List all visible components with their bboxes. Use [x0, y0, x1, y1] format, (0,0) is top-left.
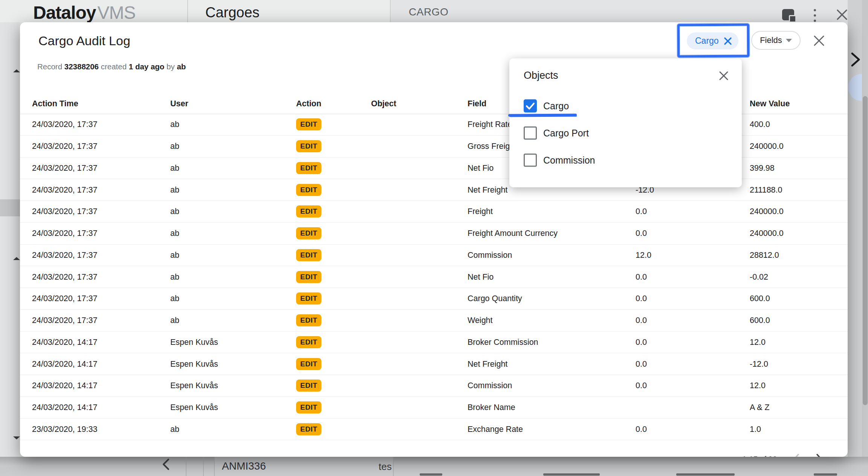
cell-new-value: 240000.0 — [750, 207, 784, 216]
cell-new-value: 12.0 — [750, 337, 766, 347]
checkbox-label: Cargo — [543, 101, 569, 112]
cell-action-time: 24/03/2020, 17:37 — [32, 185, 97, 194]
annotation-underline — [508, 113, 577, 116]
cell-user: ab — [170, 142, 179, 151]
cell-field: Commission — [468, 250, 512, 260]
copy-icon[interactable] — [782, 9, 794, 20]
edit-action-badge: EDIT — [296, 423, 321, 435]
cell-action-time: 24/03/2020, 14:17 — [32, 403, 97, 412]
collapse-left-chevron-icon[interactable] — [161, 458, 170, 471]
cell-action: EDIT — [296, 227, 321, 239]
cell-old-value: 0.0 — [636, 337, 647, 347]
table-row: 24/03/2020, 14:17 Espen Kuvås EDIT Net F… — [20, 353, 848, 375]
cell-field: Commission — [468, 381, 512, 390]
clipped-text-fragment — [814, 473, 837, 476]
cell-new-value: 600.0 — [750, 316, 770, 325]
app-logo-primary: Dataloy — [33, 3, 96, 23]
edit-action-badge: EDIT — [296, 227, 321, 239]
record-info-line: Record 32388206 created 1 day ago by ab — [37, 62, 186, 71]
cell-user: Espen Kuvås — [170, 359, 218, 369]
cell-old-value: 0.0 — [636, 272, 647, 282]
cell-action-time: 24/03/2020, 17:37 — [32, 316, 97, 325]
created-ago: 1 day ago — [129, 62, 165, 71]
cell-action: EDIT — [296, 336, 321, 348]
cell-action: EDIT — [296, 162, 321, 174]
cell-new-value: 600.0 — [750, 294, 770, 303]
cell-action: EDIT — [296, 205, 321, 217]
cell-action-time: 24/03/2020, 17:37 — [32, 163, 97, 173]
cell-action-time: 24/03/2020, 17:37 — [32, 207, 97, 216]
checkbox-list-item[interactable]: Cargo Port — [509, 119, 742, 147]
cell-user: ab — [170, 163, 179, 173]
panel-expand-chevron-icon[interactable] — [850, 51, 861, 68]
checkbox[interactable] — [524, 127, 537, 140]
checkbox-label: Cargo Port — [543, 128, 589, 139]
cell-action: EDIT — [296, 358, 321, 370]
background-page-title: Cargoes — [205, 5, 260, 21]
cell-user: ab — [170, 316, 179, 325]
table-row: 24/03/2020, 17:37 ab EDIT Weight 0.0 600… — [20, 310, 848, 332]
panel-close-icon[interactable] — [836, 8, 848, 21]
checkbox-label: Commission — [543, 155, 595, 166]
pagination: 1-15 of 90 — [742, 453, 824, 457]
cell-action-time: 24/03/2020, 14:17 — [32, 337, 97, 347]
cell-user: ab — [170, 272, 179, 282]
pagination-range: 1-15 of 90 — [742, 455, 777, 457]
cell-user: ab — [170, 120, 179, 129]
popup-checkbox-list: Cargo Cargo Port Commission — [509, 92, 742, 174]
background-panel-title: CARGO — [409, 6, 448, 18]
cell-user: ab — [170, 250, 179, 260]
cell-new-value: 240000.0 — [750, 142, 784, 151]
modal-close-icon[interactable] — [813, 34, 825, 47]
table-row: 24/03/2020, 17:37 ab EDIT Net Fio 0.0 -0… — [20, 266, 848, 288]
created-by-user: ab — [177, 62, 186, 71]
checkbox[interactable] — [524, 99, 537, 113]
edit-action-badge: EDIT — [296, 401, 321, 413]
scroll-up-icon[interactable] — [13, 257, 20, 260]
cell-old-value: 0.0 — [636, 381, 647, 390]
table-row: 24/03/2020, 17:37 ab EDIT Commission 12.… — [20, 245, 848, 266]
edit-action-badge: EDIT — [296, 162, 321, 174]
pagination-next-icon[interactable] — [815, 453, 824, 457]
page-scrollbar-thumb[interactable] — [863, 96, 868, 405]
popup-close-icon[interactable] — [718, 70, 729, 81]
checkbox-list-item[interactable]: Commission — [509, 147, 742, 174]
cell-user: Espen Kuvås — [170, 381, 218, 390]
cell-old-value: 0.0 — [636, 359, 647, 369]
kebab-menu-icon[interactable] — [814, 9, 816, 22]
checkbox[interactable] — [524, 154, 537, 167]
topbar-divider — [390, 0, 391, 22]
edit-action-badge: EDIT — [296, 184, 321, 196]
app-logo-secondary: VMS — [97, 3, 135, 23]
cell-action: EDIT — [296, 314, 321, 326]
cell-user: ab — [170, 229, 179, 238]
cell-new-value: 400.0 — [750, 120, 770, 129]
cell-field: Freight Rate — [468, 120, 512, 129]
cell-old-value: 0.0 — [636, 207, 647, 216]
table-row: 24/03/2020, 17:37 ab EDIT Freight 0.0 24… — [20, 201, 848, 223]
background-list-item: ANMI336 — [222, 460, 266, 472]
cell-action: EDIT — [296, 118, 321, 130]
cell-action: EDIT — [296, 249, 321, 261]
cell-user: ab — [170, 185, 179, 194]
pagination-prev-icon[interactable] — [792, 453, 800, 457]
objects-filter-popup: Objects Cargo Cargo Port Commission — [509, 58, 742, 187]
cell-new-value: A & Z — [750, 403, 770, 412]
clipped-text-fragment — [676, 473, 735, 476]
cell-new-value: 1.0 — [750, 424, 761, 434]
modal-title: Cargo Audit Log — [38, 34, 130, 48]
scroll-down-icon[interactable] — [13, 436, 20, 439]
cell-field: Net Fio — [468, 272, 494, 282]
record-label: Record — [37, 62, 62, 71]
by-label: by — [167, 62, 175, 71]
edit-action-badge: EDIT — [296, 140, 321, 152]
cell-new-value: 12.0 — [750, 381, 766, 390]
cell-user: ab — [170, 424, 179, 434]
cell-action-time: 23/03/2020, 19:33 — [32, 424, 97, 434]
fields-dropdown-button[interactable]: Fields — [751, 31, 801, 50]
column-header-action: Action — [296, 99, 321, 109]
scroll-up-icon[interactable] — [13, 69, 20, 72]
clipped-text-fragment — [543, 473, 600, 476]
edit-action-badge: EDIT — [296, 205, 321, 217]
cell-action-time: 24/03/2020, 14:17 — [32, 381, 97, 390]
